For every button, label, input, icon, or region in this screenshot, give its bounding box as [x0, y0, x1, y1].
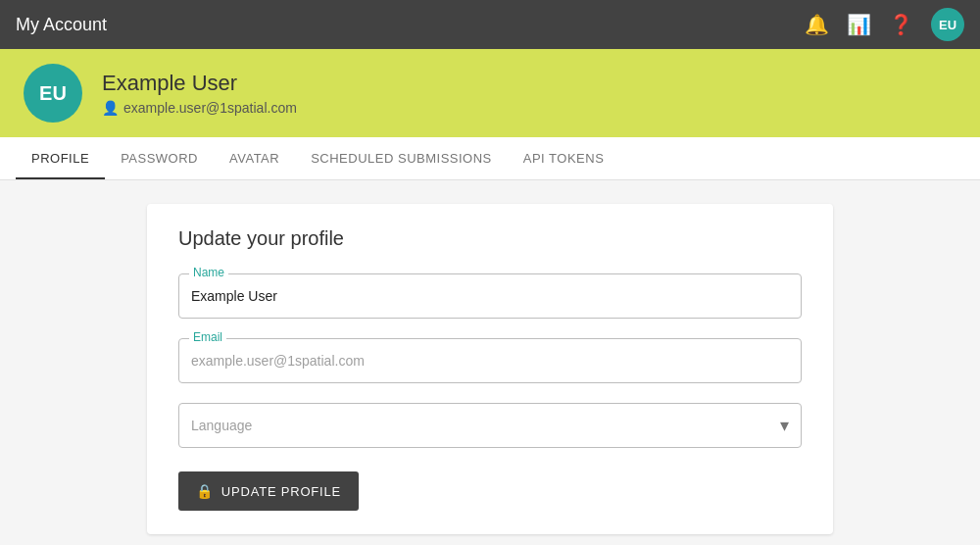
chart-icon[interactable]: 📊 [847, 13, 871, 36]
lock-icon: 🔒 [196, 483, 214, 499]
navbar-icons: 🔔 📊 ❓ EU [805, 8, 964, 41]
profile-form-card: Update your profile Name Email Language … [147, 204, 833, 534]
navbar: My Account 🔔 📊 ❓ EU [0, 0, 980, 49]
person-icon: 👤 [102, 100, 119, 116]
name-input[interactable] [179, 274, 801, 318]
profile-email: 👤 example.user@1spatial.com [102, 100, 297, 116]
language-select[interactable]: Language English French German [179, 404, 801, 447]
update-profile-button[interactable]: 🔒 UPDATE PROFILE [178, 471, 359, 511]
profile-name: Example User [102, 71, 297, 96]
profile-avatar: EU [24, 64, 82, 123]
main-content: Update your profile Name Email Language … [0, 180, 980, 545]
email-input[interactable] [179, 339, 801, 382]
profile-info: Example User 👤 example.user@1spatial.com [102, 71, 297, 116]
tab-avatar[interactable]: AVATAR [214, 137, 295, 179]
app-title: My Account [16, 15, 107, 35]
notification-icon[interactable]: 🔔 [805, 13, 829, 36]
email-label: Email [189, 330, 226, 344]
language-wrapper: Language English French German ▾ [178, 403, 802, 448]
tabs-bar: PROFILE PASSWORD AVATAR SCHEDULED SUBMIS… [0, 137, 980, 180]
tab-api-tokens[interactable]: API TOKENS [508, 137, 620, 179]
profile-banner: EU Example User 👤 example.user@1spatial.… [0, 49, 980, 137]
name-label: Name [189, 266, 228, 279]
tab-password[interactable]: PASSWORD [105, 137, 214, 179]
user-avatar-nav[interactable]: EU [931, 8, 964, 41]
tab-scheduled-submissions[interactable]: SCHEDULED SUBMISSIONS [295, 137, 508, 179]
help-icon[interactable]: ❓ [889, 13, 913, 36]
form-title: Update your profile [178, 227, 802, 250]
email-field-wrapper: Email [178, 338, 802, 383]
tab-profile[interactable]: PROFILE [16, 137, 105, 179]
name-field-wrapper: Name [178, 273, 802, 319]
